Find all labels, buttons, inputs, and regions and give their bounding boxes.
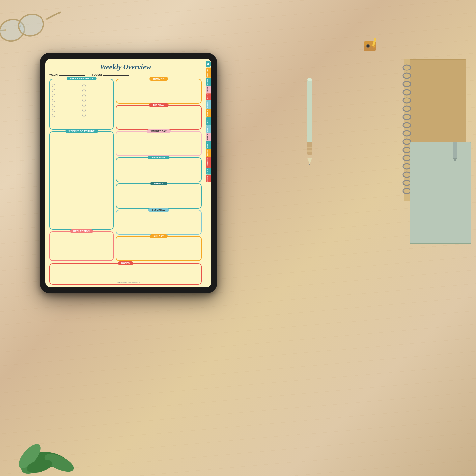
tab-strip: Overview Habits Goals Tasks Budget Goal … [205,59,211,287]
checkbox-item [82,94,111,97]
reflection-section: REFLECTION [49,231,114,261]
friday-label: FRIDAY [150,182,167,185]
checkbox-item [82,89,111,92]
tablet-screen: Weekly Overview WEEK: FOCUS: [45,59,211,287]
tab-goal3[interactable]: Goal 3 [206,125,211,133]
checkbox[interactable] [52,84,55,87]
tab-challenge[interactable]: Challenge [206,157,211,168]
checkbox-item [82,99,111,102]
checkbox-item [82,84,111,87]
planner-title: Weekly Overview [49,63,202,71]
monday-label: MONDAY [149,77,168,81]
svg-point-18 [309,164,310,165]
saturday-label: SATURDAY [148,208,170,212]
checkbox[interactable] [82,94,86,97]
thursday-label: THURSDAY [148,156,169,159]
pencil-sharpener-decoration [361,36,380,56]
self-care-section: SELF-CARE IDEAS [49,79,114,130]
tab-energy[interactable]: Energy [206,149,211,157]
tablet: Weekly Overview WEEK: FOCUS: [40,53,217,293]
planner-page: Weekly Overview WEEK: FOCUS: [45,59,205,287]
checkbox[interactable] [82,109,86,112]
checkbox-item [52,114,81,117]
checkbox[interactable] [52,89,55,92]
checkbox[interactable] [82,99,86,102]
sunday-label: SUNDAY [150,234,168,238]
tab-goal4[interactable]: Goal 4 [206,133,211,141]
gratitude-section: WEEKLY GRATITUDE [49,131,114,230]
reflection-label: REFLECTION [70,229,93,233]
checkbox-item [82,104,111,107]
checkbox[interactable] [52,99,55,102]
sunday-box: SUNDAY [116,236,202,261]
green-notebook-decoration [407,142,473,244]
self-care-label: SELF-CARE IDEAS [67,77,97,80]
checkbox-col-2 [82,84,111,127]
tab-intro[interactable]: Intro [206,168,211,175]
svg-rect-15 [307,147,312,148]
checkbox-item [52,89,81,92]
gratitude-label: WEEKLY GRATITUDE [65,129,98,133]
self-care-inner [52,84,111,127]
checkbox-item [52,104,81,107]
left-column: SELF-CARE IDEAS [49,79,114,261]
svg-marker-17 [307,158,312,165]
tab-goal2[interactable]: Goal 2 [206,117,211,125]
svg-rect-16 [307,150,312,152]
checkbox[interactable] [82,114,86,117]
checkbox-item [52,84,81,87]
tab-overview[interactable]: Overview [206,68,211,78]
right-column: MONDAY TUESDAY WEDNESDAY THURSDAY FRIDAY [116,79,202,261]
plant-decoration [16,410,82,476]
friday-box: FRIDAY [116,183,202,209]
tab-forms[interactable]: Forms [206,175,211,182]
wednesday-label: WEDNESDAY [147,129,171,133]
tuesday-box: TUESDAY [116,105,202,130]
checkbox[interactable] [82,89,86,92]
checkbox-item [52,94,81,97]
checkbox-item [82,114,111,117]
focus-label: FOCUS: [92,73,129,76]
checkbox[interactable] [52,104,55,107]
notes-label: NOTES [118,261,133,265]
tab-home[interactable] [206,61,211,67]
pen-decoration [305,76,315,175]
svg-line-7 [46,12,61,19]
checkbox-col-1 [52,84,81,127]
checkbox-item [52,99,81,102]
checkbox[interactable] [52,94,55,97]
week-label: WEEK: [49,73,85,76]
week-focus-row: WEEK: FOCUS: [49,73,202,76]
svg-point-3 [367,45,369,47]
glasses-decoration [0,7,63,46]
tuesday-label: TUESDAY [149,103,168,107]
svg-rect-40 [453,142,457,158]
checkbox-item [52,109,81,112]
monday-box: MONDAY [116,79,202,104]
tab-goal1[interactable]: Goal 1 [206,109,211,117]
wednesday-box: WEDNESDAY [116,131,202,156]
tab-goals[interactable]: Goals [206,86,211,93]
tab-habits[interactable]: Habits [206,78,211,86]
svg-point-19 [307,78,312,81]
saturday-box: SATURDAY [116,210,202,235]
tab-budget[interactable]: Budget [206,100,211,109]
checkbox[interactable] [52,109,55,112]
main-grid: SELF-CARE IDEAS [49,79,202,261]
checkbox[interactable] [82,104,86,107]
tab-goal5[interactable]: Goal 5 [206,141,211,149]
svg-rect-39 [410,142,471,244]
website-watermark: stickthisstickerco.myshopify.com [117,281,140,283]
checkbox-item [82,109,111,112]
checkbox[interactable] [52,114,55,117]
thursday-box: THURSDAY [116,157,202,182]
checkbox[interactable] [82,84,86,87]
tab-tasks[interactable]: Tasks [206,93,211,100]
